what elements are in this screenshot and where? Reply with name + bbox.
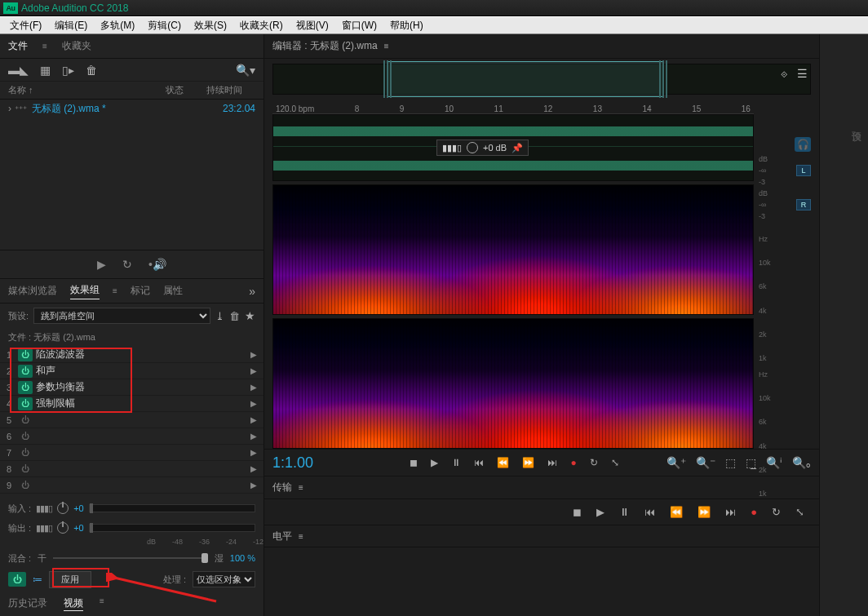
save-preset-icon[interactable]: ⤓ (215, 310, 224, 322)
file-row[interactable]: › ⁺⁺⁺ 无标题 (2).wma * 23:2.04 (0, 100, 264, 117)
fx-power-button[interactable]: ⏻ (18, 446, 33, 459)
level-menu-icon[interactable]: ≡ (299, 532, 303, 541)
fx-arrow-icon[interactable]: ▶ (250, 432, 257, 441)
spectrogram-l[interactable] (272, 184, 754, 315)
menu-multitrack[interactable]: 多轨(M) (94, 19, 141, 33)
list-view-icon[interactable]: ≔ (33, 574, 42, 585)
output-knob[interactable] (57, 522, 69, 534)
hud-pin-icon[interactable]: 📌 (512, 143, 523, 153)
fx-slot[interactable]: 6⏻▶ (0, 428, 264, 445)
fx-power-button[interactable]: ⏻ (18, 397, 33, 410)
fx-power-button[interactable]: ⏻ (18, 479, 33, 492)
fx-power-button[interactable]: ⏻ (18, 430, 33, 443)
fx-power-button[interactable]: ⏻ (18, 348, 33, 361)
headphone-icon[interactable]: 🎧 (795, 137, 811, 152)
disclosure-icon[interactable]: › (8, 103, 11, 114)
fx-arrow-icon[interactable]: ▶ (250, 366, 257, 375)
fx-arrow-icon[interactable]: ▶ (250, 448, 257, 457)
tab-files[interactable]: 文件 (8, 39, 28, 53)
fx-power-button[interactable]: ⏻ (18, 463, 33, 476)
col-status[interactable]: 状态 (166, 84, 206, 96)
auto-play-icon[interactable]: •🔊 (148, 258, 166, 271)
mini-pause[interactable]: ⏸ (619, 506, 630, 518)
mini-start[interactable]: ⏮ (644, 506, 655, 518)
apply-button[interactable]: 应用 (49, 571, 91, 588)
record-button[interactable]: ● (570, 457, 576, 468)
fx-arrow-icon[interactable]: ▶ (250, 481, 257, 490)
tab-favorites[interactable]: 收藏夹 (62, 39, 91, 53)
tab-markers[interactable]: 标记 (131, 284, 150, 298)
fx-slot[interactable]: 1⏻陷波滤波器▶ (0, 347, 264, 363)
process-select[interactable]: 仅选区对象 (193, 571, 255, 587)
mix-slider[interactable] (53, 557, 208, 559)
zoom-out-icon[interactable]: 🔍⁻ (696, 456, 715, 469)
mini-loop[interactable]: ↻ (772, 506, 781, 518)
col-duration[interactable]: 持续时间 (206, 84, 255, 96)
overview-track[interactable] (272, 64, 811, 95)
stop-button[interactable]: ◼ (410, 457, 418, 468)
delete-preset-icon[interactable]: 🗑 (229, 310, 240, 322)
preset-select[interactable]: 跳到高维空间 (33, 308, 210, 324)
mini-play[interactable]: ▶ (596, 506, 604, 518)
editor-menu-icon[interactable]: ≡ (384, 42, 389, 51)
to-end-button[interactable]: ⏭ (547, 457, 557, 468)
open-file-icon[interactable]: ▬◣ (8, 64, 29, 77)
col-name[interactable]: 名称 ↑ (8, 84, 166, 96)
fx-slot[interactable]: 5⏻▶ (0, 412, 264, 428)
menu-view[interactable]: 视图(V) (290, 19, 335, 33)
tab-video-menu-icon[interactable]: ≡ (100, 596, 104, 611)
trash-icon[interactable]: 🗑 (86, 64, 97, 77)
fx-slot[interactable]: 8⏻▶ (0, 461, 264, 477)
fx-power-button[interactable]: ⏻ (18, 414, 33, 427)
timecode[interactable]: 1:1.00 (272, 454, 362, 472)
panel-overflow-icon[interactable]: » (249, 285, 255, 298)
to-start-button[interactable]: ⏮ (474, 457, 484, 468)
rewind-button[interactable]: ⏪ (497, 457, 509, 468)
fx-slot[interactable]: 7⏻▶ (0, 445, 264, 461)
loop-icon[interactable]: ↻ (122, 258, 132, 271)
mini-end[interactable]: ⏭ (725, 506, 736, 518)
loop-button[interactable]: ↻ (590, 457, 598, 468)
overview-selection[interactable] (388, 61, 663, 97)
channel-l-badge[interactable]: L (796, 165, 811, 176)
insert-icon[interactable]: ▯▸ (62, 64, 74, 77)
hud-knob[interactable] (467, 142, 478, 153)
fx-power-button[interactable]: ⏻ (18, 365, 33, 378)
output-meter[interactable] (89, 524, 255, 532)
timeline-ruler[interactable]: 120.0 bpm 8 9 10 11 12 13 14 15 16 (272, 100, 754, 114)
mini-rew[interactable]: ⏪ (670, 506, 683, 518)
tab-effects-rack[interactable]: 效果组 (70, 283, 100, 299)
tab-properties[interactable]: 属性 (163, 284, 183, 298)
fx-arrow-icon[interactable]: ▶ (250, 350, 257, 359)
menu-clip[interactable]: 剪辑(C) (141, 19, 188, 33)
menu-edit[interactable]: 编辑(E) (48, 19, 94, 33)
waveform-display[interactable]: ▮▮▮▯ +0 dB 📌 (272, 114, 754, 181)
menu-file[interactable]: 文件(F) (3, 19, 48, 33)
channel-r-badge[interactable]: R (796, 199, 811, 211)
skip-selection-button[interactable]: ⤡ (611, 457, 619, 468)
fx-arrow-icon[interactable]: ▶ (250, 383, 257, 392)
tab-rack-menu-icon[interactable]: ≡ (113, 286, 117, 295)
tab-video[interactable]: 视频 (64, 596, 83, 611)
spectrogram-r[interactable] (272, 318, 754, 449)
tab-history[interactable]: 历史记录 (8, 596, 47, 611)
fx-slot[interactable]: 3⏻参数均衡器▶ (0, 379, 264, 396)
tab-media-browser[interactable]: 媒体浏览器 (8, 284, 57, 298)
zoom-sel-icon[interactable]: ⬚̲ (746, 456, 756, 469)
hud-overlay[interactable]: ▮▮▮▯ +0 dB 📌 (436, 140, 529, 156)
mini-ffw[interactable]: ⏩ (698, 506, 711, 518)
tab-files-menu-icon[interactable]: ≡ (42, 42, 47, 51)
input-knob[interactable] (57, 503, 69, 514)
fx-slot[interactable]: 9⏻▶ (0, 477, 264, 494)
fx-power-button[interactable]: ⏻ (18, 381, 33, 394)
fx-slot[interactable]: 4⏻强制限幅▶ (0, 396, 264, 412)
fx-arrow-icon[interactable]: ▶ (250, 415, 257, 424)
forward-button[interactable]: ⏩ (522, 457, 534, 468)
play-icon[interactable]: ▶ (97, 258, 106, 271)
mini-record[interactable]: ● (751, 506, 757, 518)
menu-window[interactable]: 窗口(W) (335, 19, 383, 33)
transfer-menu-icon[interactable]: ≡ (299, 483, 303, 492)
search-icon[interactable]: 🔍▾ (236, 64, 255, 77)
zoom-in-icon[interactable]: 🔍⁺ (666, 456, 686, 469)
menu-effect[interactable]: 效果(S) (188, 19, 233, 33)
